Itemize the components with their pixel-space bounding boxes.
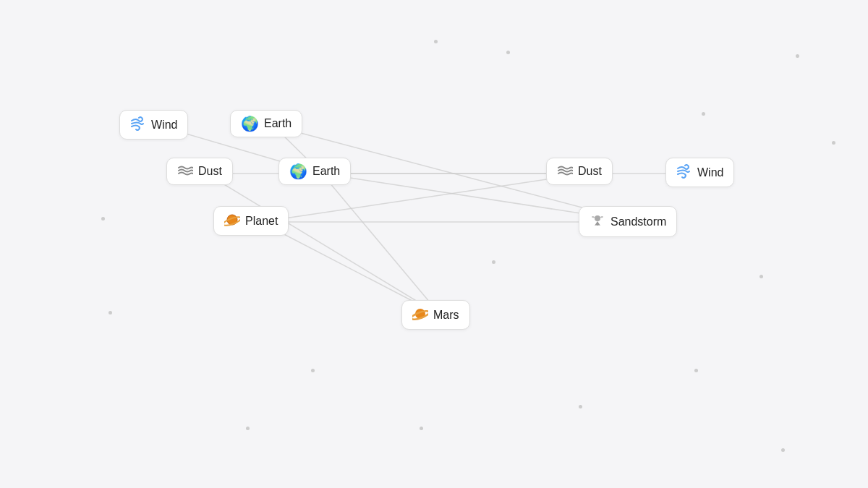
decorative-dot-1 [796, 54, 799, 58]
wind2-icon [676, 164, 692, 181]
earth2-icon: 🌍 [289, 164, 307, 179]
planet-label: Planet [245, 215, 278, 228]
decorative-dot-0 [434, 40, 438, 43]
dust2-label: Dust [578, 165, 602, 178]
earth1-label: Earth [264, 117, 292, 130]
earth2-label: Earth [312, 165, 340, 178]
decorative-dot-11 [781, 448, 785, 452]
dust2-icon [557, 164, 573, 179]
node-wind1[interactable]: Wind [119, 110, 188, 140]
node-dust1[interactable]: Dust [166, 158, 233, 185]
decorative-dot-6 [109, 311, 112, 314]
node-mars[interactable]: Mars [401, 300, 470, 330]
decorative-dot-4 [694, 369, 698, 372]
planet-icon [224, 213, 240, 229]
decorative-dot-10 [246, 427, 250, 430]
node-dust2[interactable]: Dust [546, 158, 613, 185]
decorative-dot-12 [420, 427, 423, 430]
decorative-dot-13 [506, 51, 510, 54]
node-wind2[interactable]: Wind [665, 158, 734, 187]
decorative-dot-14 [702, 112, 705, 116]
sandstorm-icon [590, 213, 605, 231]
earth1-icon: 🌍 [241, 116, 259, 131]
decorative-dot-9 [579, 405, 582, 408]
node-planet[interactable]: Planet [213, 206, 289, 236]
svg-line-6 [322, 174, 441, 316]
dust1-icon [177, 164, 193, 179]
wind2-label: Wind [697, 166, 723, 179]
node-earth2[interactable]: 🌍Earth [278, 158, 351, 185]
dust1-label: Dust [198, 165, 222, 178]
sandstorm-label: Sandstorm [610, 215, 666, 228]
mars-label: Mars [433, 309, 459, 322]
decorative-dot-2 [832, 141, 835, 145]
wind1-label: Wind [151, 119, 177, 132]
node-sandstorm[interactable]: Sandstorm [579, 206, 677, 237]
svg-line-10 [206, 174, 441, 316]
decorative-dot-3 [760, 275, 763, 278]
mars-icon [412, 307, 428, 323]
node-earth1[interactable]: 🌍Earth [230, 110, 302, 137]
decorative-dot-7 [101, 217, 105, 221]
decorative-dot-5 [311, 369, 315, 372]
connection-lines [0, 0, 868, 488]
svg-point-15 [595, 215, 600, 221]
wind1-icon [130, 116, 146, 133]
decorative-dot-8 [492, 260, 495, 264]
